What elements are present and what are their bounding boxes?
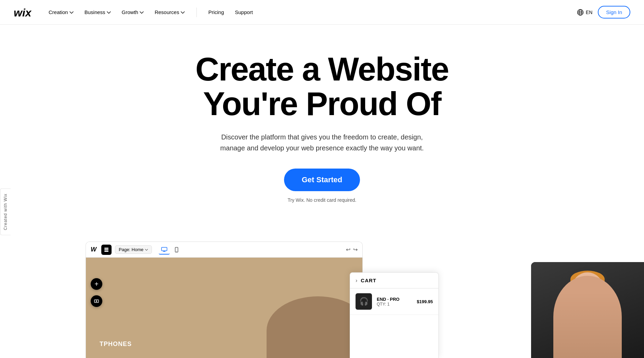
video-thumbnail (531, 262, 644, 358)
svg-rect-5 (104, 251, 108, 252)
chevron-down-icon (107, 9, 111, 15)
nav-item-resources-label: Resources (155, 9, 179, 15)
hero-title: Create a Website You're Proud Of (195, 52, 449, 121)
svg-point-8 (176, 251, 177, 252)
globe-icon (577, 9, 584, 16)
editor-add-element-btn[interactable]: + (91, 278, 102, 290)
editor-canvas: TPHONES + (86, 258, 362, 358)
svg-text:wix: wix (14, 8, 31, 17)
nav-item-growth[interactable]: Growth (117, 7, 149, 18)
page-label: Page: Home (119, 247, 143, 252)
created-with-wix-badge: Created with Wix (0, 188, 11, 235)
nav-support[interactable]: Support (230, 7, 258, 18)
cart-item-info: END · PRO QTY: 1 (377, 297, 412, 307)
language-selector[interactable]: EN (577, 9, 592, 16)
cart-item-price: $199.95 (417, 299, 433, 304)
hero-note: Try Wix. No credit card required. (288, 197, 357, 203)
nav-support-label: Support (235, 9, 253, 15)
chevron-down-icon (69, 9, 74, 15)
hero-subtitle: Discover the platform that gives you the… (212, 132, 432, 153)
cart-title: CART (361, 277, 376, 283)
mobile-view-btn[interactable] (171, 245, 182, 255)
navbar: wix Creation Business Growth Resources (0, 0, 644, 25)
sign-in-button[interactable]: Sign In (598, 6, 630, 18)
logo[interactable]: wix (14, 8, 31, 17)
nav-item-growth-label: Growth (122, 9, 138, 15)
svg-rect-3 (104, 248, 108, 249)
cart-item-qty: QTY: 1 (377, 302, 412, 307)
cart-panel: › CART 🎧 END · PRO QTY: 1 $199.95 (350, 272, 439, 358)
language-label: EN (586, 10, 592, 15)
headphones-icon: 🎧 (359, 297, 369, 306)
hero-title-line1: Create a Website (195, 51, 449, 87)
cart-item-image: 🎧 (356, 293, 372, 310)
redo-btn[interactable]: ↪ (353, 246, 358, 253)
video-person-background (531, 262, 644, 358)
editor-toolbar: W Page: Home (86, 242, 362, 258)
nav-pricing-label: Pricing (208, 9, 224, 15)
nav-right: EN Sign In (577, 6, 630, 18)
cart-item: 🎧 END · PRO QTY: 1 $199.95 (350, 288, 438, 315)
editor-wix-logo: W (91, 246, 96, 253)
side-badge-text: Created with Wix (3, 194, 8, 230)
editor-add-section-btn[interactable] (91, 295, 102, 307)
cart-item-name: END · PRO (377, 297, 412, 302)
hero-section: Create a Website You're Proud Of Discove… (0, 25, 644, 217)
undo-btn[interactable]: ↩ (346, 246, 350, 253)
svg-rect-6 (162, 247, 167, 251)
tphones-label: TPHONES (100, 341, 132, 348)
nav-item-creation[interactable]: Creation (44, 7, 78, 18)
nav-item-business-label: Business (85, 9, 105, 15)
editor-preview: W Page: Home (86, 242, 363, 358)
nav-divider (196, 8, 197, 17)
cart-chevron-icon[interactable]: › (356, 277, 357, 284)
nav-item-creation-label: Creation (49, 9, 68, 15)
page-selector[interactable]: Page: Home (115, 245, 152, 254)
video-person-body (553, 276, 622, 358)
chevron-down-icon (181, 9, 185, 15)
preview-area: Color Price W Page: Home (86, 242, 644, 358)
editor-pages-icon[interactable] (101, 245, 112, 255)
get-started-button[interactable]: Get Started (284, 169, 360, 191)
hero-title-line2: You're Proud Of (203, 85, 441, 122)
chevron-down-icon (140, 9, 144, 15)
nav-items: Creation Business Growth Resources Pr (44, 7, 577, 18)
nav-item-resources[interactable]: Resources (150, 7, 190, 18)
desktop-view-btn[interactable] (159, 245, 170, 255)
cart-header: › CART (350, 273, 438, 288)
nav-item-business[interactable]: Business (80, 7, 116, 18)
nav-pricing[interactable]: Pricing (204, 7, 229, 18)
editor-undo-redo: ↩ ↪ (346, 246, 358, 253)
svg-rect-4 (104, 249, 108, 250)
canvas-curve-decoration (267, 296, 362, 358)
view-toggle (159, 245, 182, 255)
